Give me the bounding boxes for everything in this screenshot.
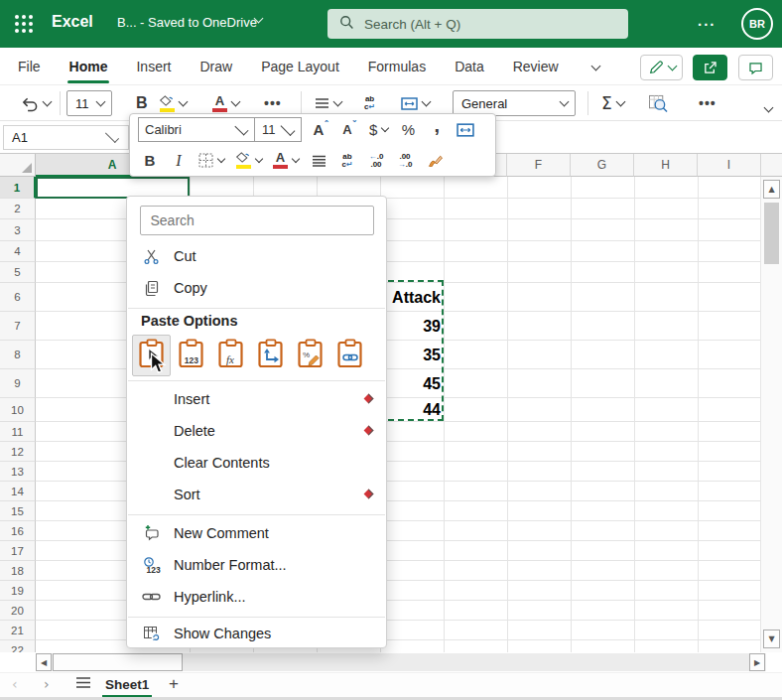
increase-font-size-button[interactable]: Aˆ <box>312 121 329 138</box>
row-header-3[interactable]: 3 <box>0 219 36 241</box>
row-header-21[interactable]: 21 <box>0 621 36 640</box>
menu-item-copy[interactable]: Copy <box>127 272 386 304</box>
column-header-g[interactable]: G <box>571 154 634 177</box>
menu-item-hyperlink[interactable]: Hyperlink... <box>127 581 386 613</box>
decrease-decimal-button[interactable]: ←.0.00 <box>367 153 385 169</box>
mini-merge-button[interactable] <box>456 123 474 137</box>
select-all-corner[interactable] <box>0 154 36 177</box>
app-launcher-icon[interactable] <box>13 13 35 35</box>
tab-draw[interactable]: Draw <box>199 59 232 74</box>
column-header-h[interactable]: H <box>634 154 698 177</box>
mini-wrap-text-button[interactable]: abc↵ <box>338 153 356 169</box>
column-header-f[interactable]: F <box>507 154 571 177</box>
menu-item-number-format[interactable]: 123Number Format... <box>127 549 386 581</box>
scroll-right-button[interactable]: ▶ <box>749 653 765 671</box>
menu-item-sort[interactable]: Sort <box>127 479 386 510</box>
row-header-17[interactable]: 17 <box>0 541 36 561</box>
titlebar-more-button[interactable]: ... <box>698 12 717 29</box>
cell-value-row-7[interactable]: 39 <box>380 312 444 341</box>
row-header-13[interactable]: 13 <box>0 462 36 482</box>
font-size-select[interactable]: 11 <box>66 90 112 116</box>
row-header-18[interactable]: 18 <box>0 561 36 581</box>
vertical-scroll-thumb[interactable] <box>764 203 779 264</box>
undo-button[interactable] <box>20 86 51 120</box>
comma-format-button[interactable]: , <box>428 114 446 137</box>
tab-page-layout[interactable]: Page Layout <box>261 59 339 74</box>
tab-file[interactable]: File <box>18 59 41 74</box>
row-header-16[interactable]: 16 <box>0 521 36 541</box>
mini-fill-color-button[interactable] <box>235 152 262 169</box>
row-header-4[interactable]: 4 <box>0 241 36 262</box>
cell-value-row-8[interactable]: 35 <box>380 341 444 369</box>
paste-link-button[interactable] <box>330 335 369 376</box>
menu-item-clear-contents[interactable]: Clear Contents <box>127 447 386 479</box>
autosum-button[interactable]: Σ <box>601 86 624 120</box>
horizontal-scrollbar[interactable]: ◀ ▶ <box>0 652 782 672</box>
scroll-down-button[interactable]: ▼ <box>763 630 780 648</box>
document-title[interactable]: B... - Saved to OneDrive <box>117 15 257 30</box>
mini-font-size-select[interactable]: 11 <box>255 117 302 142</box>
scroll-left-button[interactable]: ◀ <box>36 653 52 671</box>
row-header-8[interactable]: 8 <box>0 341 36 369</box>
cell-value-row-10[interactable]: 44 <box>380 398 444 422</box>
find-select-button[interactable] <box>648 86 669 120</box>
row-header-11[interactable]: 11 <box>0 422 36 442</box>
row-header-1[interactable]: 1 <box>0 177 36 199</box>
toolbar-more-button[interactable]: ••• <box>699 86 717 120</box>
share-button[interactable] <box>693 55 727 80</box>
row-header-20[interactable]: 20 <box>0 601 36 621</box>
menu-item-cut[interactable]: Cut <box>127 240 386 272</box>
mini-bold-button[interactable]: B <box>141 152 159 169</box>
currency-format-button[interactable]: $ <box>369 121 388 138</box>
tab-review[interactable]: Review <box>513 59 559 74</box>
comments-button[interactable] <box>738 55 773 80</box>
mini-font-color-button[interactable]: A <box>273 152 299 169</box>
search-input[interactable] <box>362 16 594 33</box>
tab-formulas[interactable]: Formulas <box>368 59 426 74</box>
paste-button[interactable] <box>132 335 171 376</box>
tab-insert[interactable]: Insert <box>136 59 171 74</box>
paste-formulas-button[interactable]: fx <box>211 335 250 376</box>
horizontal-scroll-thumb[interactable] <box>53 653 183 671</box>
row-header-15[interactable]: 15 <box>0 501 36 521</box>
sheet-tab-sheet1[interactable]: Sheet1 <box>102 675 152 698</box>
percent-format-button[interactable]: % <box>399 121 417 138</box>
column-header-i[interactable]: I <box>698 154 761 177</box>
vertical-scrollbar[interactable]: ▲ ▼ <box>760 177 782 652</box>
row-header-22[interactable]: 22 <box>0 640 36 652</box>
menu-item-show-changes[interactable]: Show Changes <box>127 620 386 647</box>
row-header-10[interactable]: 10 <box>0 398 36 422</box>
increase-decimal-button[interactable]: .00→.0 <box>396 153 414 169</box>
menu-item-new-comment[interactable]: New Comment <box>127 517 386 549</box>
top-search-box[interactable] <box>327 9 628 39</box>
menu-item-insert[interactable]: Insert <box>127 383 386 415</box>
row-header-6[interactable]: 6 <box>0 283 36 312</box>
paste-formatting-button[interactable]: % <box>291 335 329 376</box>
row-header-9[interactable]: 9 <box>0 369 36 398</box>
next-sheet-button[interactable]: › <box>44 676 50 692</box>
tab-data[interactable]: Data <box>455 59 484 74</box>
mini-align-button[interactable] <box>310 155 327 167</box>
name-box[interactable]: A1 <box>3 125 129 150</box>
mini-italic-button[interactable]: I <box>170 152 188 170</box>
cell-value-row-6[interactable]: Attack <box>380 283 444 312</box>
mini-font-name-select[interactable]: Calibri <box>138 117 255 142</box>
sheet-list-menu-button[interactable] <box>75 675 91 692</box>
format-painter-button[interactable] <box>425 153 443 169</box>
row-header-12[interactable]: 12 <box>0 442 36 462</box>
row-header-19[interactable]: 19 <box>0 581 36 601</box>
scroll-up-button[interactable]: ▲ <box>763 180 780 199</box>
row-header-14[interactable]: 14 <box>0 482 36 501</box>
decrease-font-size-button[interactable]: Aˇ <box>340 122 358 137</box>
row-header-5[interactable]: 5 <box>0 262 36 283</box>
paste-values-button[interactable]: 123 <box>172 335 210 376</box>
add-sheet-button[interactable]: + <box>169 674 179 694</box>
tab-home[interactable]: Home <box>69 59 108 74</box>
avatar[interactable]: BR <box>741 8 773 40</box>
context-menu-search-input[interactable] <box>140 206 374 235</box>
paste-transpose-button[interactable] <box>251 335 290 376</box>
more-tabs-chevron-icon[interactable] <box>587 59 599 74</box>
menu-item-delete[interactable]: Delete <box>127 415 386 447</box>
row-header-7[interactable]: 7 <box>0 312 36 341</box>
editing-mode-button[interactable] <box>640 55 683 80</box>
